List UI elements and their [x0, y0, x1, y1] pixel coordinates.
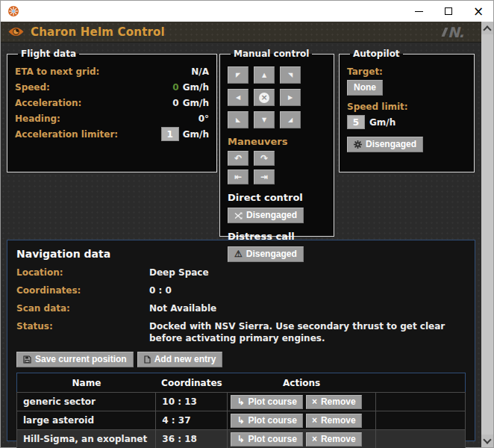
thrust-right-button[interactable]: ▶: [280, 89, 301, 106]
rotate-cw-icon: ↷: [260, 153, 268, 164]
rotate-cw-button[interactable]: ↷: [254, 151, 275, 166]
speed-limit-label: Speed limit:: [347, 102, 466, 112]
limiter-unit: Gm/h: [183, 129, 209, 140]
maneuvers-title: Maneuvers: [228, 136, 326, 147]
row-name: generic sector: [17, 393, 156, 411]
stop-button[interactable]: ×: [254, 89, 275, 106]
add-entry-label: Add new entry: [154, 354, 216, 365]
close-button[interactable]: ×: [463, 1, 493, 22]
right-arrow-icon: ▶: [288, 94, 293, 101]
chevron-up-icon: [483, 25, 491, 34]
target-label: Target:: [347, 66, 466, 77]
up-arrow-icon: ▲: [262, 72, 266, 78]
scan-data-field: Scan data: Not Available: [16, 302, 466, 314]
scan-data-value: Not Available: [149, 302, 466, 314]
save-position-button[interactable]: Save current position: [16, 352, 134, 367]
eta-value: N/A: [191, 66, 209, 77]
name-column-header: Name: [17, 373, 156, 393]
scroll-up-button[interactable]: [481, 22, 493, 34]
strafe-right-button[interactable]: ⇥: [254, 169, 275, 184]
thrust-down-button[interactable]: ▼: [254, 111, 275, 128]
speed-label: Speed:: [15, 82, 50, 93]
scrollbar-thumb[interactable]: [481, 34, 493, 435]
acceleration-limiter-input[interactable]: [161, 127, 179, 141]
row-actions: ↳Plot course×Remove: [228, 411, 375, 430]
plot-course-button[interactable]: ↳Plot course: [231, 414, 302, 428]
up-right-arrow-icon: ◥: [288, 72, 293, 78]
remove-icon: ×: [312, 415, 317, 426]
minimize-button[interactable]: [404, 1, 434, 22]
acceleration-value: 0: [172, 98, 178, 108]
row-name: large asteroid: [17, 411, 156, 430]
direction-pad: ◤ ▲ ◥ ◀ × ▶ ◣ ▼ ◢: [228, 66, 326, 128]
remove-icon: ×: [312, 396, 317, 408]
acceleration-row: Acceleration: 0 Gm/h: [15, 95, 209, 111]
plot-course-button[interactable]: ↳Plot course: [231, 395, 302, 409]
manual-control-panel: Manual control ◤ ▲ ◥ ◀ × ▶ ◣ ▼ ◢ Ma: [219, 49, 334, 237]
limiter-row: Acceleration limiter: Gm/h: [15, 126, 209, 142]
row-actions: ↳Plot course×Remove: [228, 430, 375, 448]
row-coordinates: 10 : 13: [156, 393, 228, 411]
row-spacer-cell: [375, 411, 465, 430]
thrust-down-right-button[interactable]: ◢: [280, 111, 301, 128]
actions-column-header: Actions: [228, 373, 375, 393]
autopilot-target-button[interactable]: None: [347, 80, 383, 96]
remove-button[interactable]: ×Remove: [306, 395, 362, 409]
direct-control-state: Disengaged: [246, 210, 297, 221]
down-right-arrow-icon: ◢: [288, 116, 293, 123]
maximize-button[interactable]: [434, 1, 463, 22]
coordinates-label: Coordinates:: [16, 284, 149, 296]
flight-data-legend: Flight data: [18, 49, 79, 59]
autopilot-toggle-button[interactable]: Disengaged: [347, 137, 423, 152]
speed-row: Speed: 0 Gm/h: [15, 79, 209, 95]
maximize-icon: [445, 7, 452, 15]
plot-course-label: Plot course: [248, 396, 297, 408]
strafe-left-button[interactable]: ⇤: [228, 169, 248, 184]
location-label: Location:: [16, 267, 149, 279]
scan-data-label: Scan data:: [16, 302, 149, 314]
crossed-arrows-icon: [234, 212, 243, 220]
down-left-arrow-icon: ◣: [236, 116, 240, 123]
remove-button[interactable]: ×Remove: [306, 414, 362, 428]
speed-value: 0: [172, 82, 178, 93]
plot-course-button[interactable]: ↳Plot course: [231, 432, 302, 447]
eye-icon: [8, 27, 24, 37]
left-arrow-icon: ◀: [236, 94, 240, 101]
thrust-up-right-button[interactable]: ◥: [280, 66, 301, 84]
remove-button[interactable]: ×Remove: [306, 432, 362, 447]
speed-limit-input[interactable]: [347, 115, 365, 129]
navigation-data-panel: Navigation data Location: Deep Space Coo…: [7, 240, 475, 441]
thrust-down-left-button[interactable]: ◣: [228, 111, 248, 128]
distress-call-state: Disengaged: [246, 249, 297, 260]
remove-label: Remove: [321, 415, 356, 426]
add-entry-button[interactable]: Add new entry: [137, 352, 223, 367]
vertical-scrollbar[interactable]: [481, 22, 493, 447]
status-label: Status:: [16, 320, 149, 332]
thrust-up-left-button[interactable]: ◤: [228, 66, 248, 84]
location-field: Location: Deep Space: [16, 267, 466, 279]
new-document-icon: [144, 355, 151, 364]
empty-column-header: [375, 373, 465, 393]
app-header: Charon Helm Control N.: [1, 22, 481, 43]
thrust-left-button[interactable]: ◀: [228, 89, 248, 106]
up-left-arrow-icon: ◤: [236, 72, 240, 78]
distress-call-toggle-button[interactable]: ⚠ Disengaged: [228, 246, 304, 262]
chevron-down-icon: [483, 435, 491, 444]
strafe-right-icon: ⇥: [260, 172, 268, 182]
rotate-ccw-button[interactable]: ↶: [228, 151, 248, 166]
speed-limit-unit: Gm/h: [369, 117, 395, 128]
row-coordinates: 36 : 18: [156, 430, 228, 448]
row-actions: ↳Plot course×Remove: [228, 393, 375, 411]
eta-label: ETA to next grid:: [15, 66, 99, 77]
plot-course-icon: ↳: [237, 415, 244, 426]
titlebar: ×: [1, 1, 493, 22]
coordinates-field: Coordinates: 0 : 0: [16, 284, 466, 296]
direct-control-toggle-button[interactable]: Disengaged: [228, 208, 304, 223]
plot-course-icon: ↳: [237, 396, 244, 408]
table-header-row: Name Coordinates Actions: [17, 373, 466, 393]
scroll-down-button[interactable]: [481, 435, 493, 447]
thrust-up-button[interactable]: ▲: [254, 66, 275, 84]
status-value: Docked with NSV Sierra. Use secondary th…: [149, 320, 466, 344]
acceleration-label: Acceleration:: [15, 98, 81, 108]
maneuvers-pad: ↶ ↷ ⇤ ⇥: [228, 151, 326, 184]
